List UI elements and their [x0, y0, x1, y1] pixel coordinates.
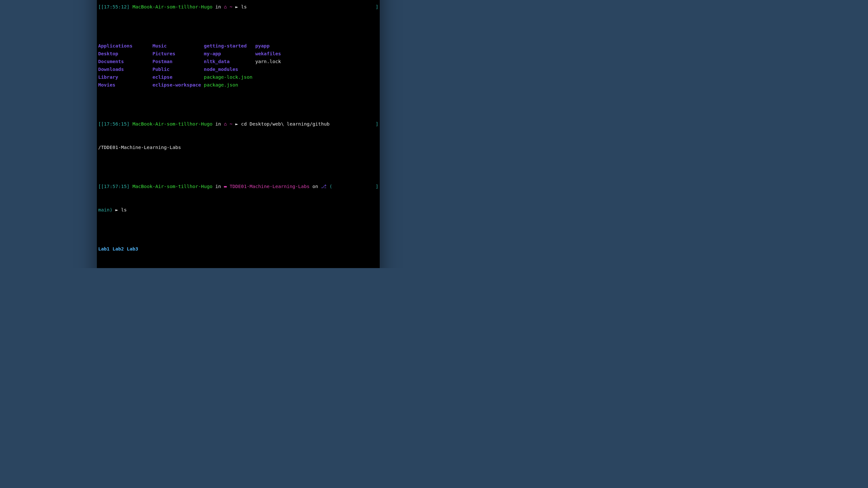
hostname: MacBook-Air-som-tillhor-Hugo [132, 4, 212, 9]
branch-paren: ( [327, 183, 332, 189]
ls-entry: Public [152, 66, 204, 72]
in-text: in [212, 121, 224, 126]
command: cd Desktop/web\ learning/github [241, 121, 329, 126]
bracket: ] [375, 182, 378, 190]
prompt-line-3: [[17:57:15] MacBook-Air-som-tillhor-Hugo… [98, 182, 378, 190]
ls-entry: node_modules [204, 66, 255, 72]
command: ls [241, 4, 247, 9]
prompt-line-1: [[17:55:12] MacBook-Air-som-tillhor-Hugo… [98, 3, 378, 11]
ls-entry: eclipse-workspace [152, 82, 204, 87]
git-branch-icon: ⎇ [321, 183, 327, 189]
ls-entry: Music [152, 43, 204, 49]
ls-output-home: Applications Music getting-started pyapp… [98, 42, 378, 89]
ls-entry: Downloads [98, 66, 152, 72]
on-text: on [309, 183, 321, 189]
ls-entry: Movies [98, 82, 152, 87]
timestamp: [17:56:15] [101, 121, 130, 126]
ls-entry: eclipse [152, 74, 204, 80]
arrow: ► [113, 207, 121, 212]
prompt-line-3b: main) ► ls [98, 206, 378, 214]
ls-output-labs: Lab1 Lab2 Lab3 [98, 245, 378, 253]
ls-entry: pyapp [255, 43, 289, 49]
ls-entry: Documents [98, 59, 152, 64]
in-text: in [212, 183, 224, 189]
home-icon: ⌂ [224, 4, 230, 9]
cwd: ~ [229, 121, 232, 126]
ls-entry: package.json [204, 82, 255, 87]
folder-icon: ▬ [224, 183, 230, 189]
arrow: ► [232, 4, 241, 9]
command-continuation: /TDDE01-Machine-Learning-Labs [98, 143, 378, 151]
bracket: [ [98, 121, 101, 126]
bracket: ] [375, 120, 378, 128]
ls-entry: package-lock.json [204, 74, 255, 80]
cwd: ~ [229, 4, 232, 9]
ls-entry: yarn.lock [255, 59, 289, 64]
ls-entry: Postman [152, 59, 204, 64]
arrow: ► [232, 121, 241, 126]
ls-entry: Applications [98, 43, 152, 49]
terminal-body[interactable]: Last login: Thu Jul 20 17:49:33 on ttys0… [97, 0, 380, 268]
branch-name: main) [98, 207, 113, 212]
ls-entry: wekafiles [255, 51, 289, 56]
command: ls [121, 207, 127, 212]
bracket: [ [98, 4, 101, 9]
ls-entry: my-app [204, 51, 255, 56]
home-icon: ⌂ [224, 121, 230, 126]
ls-entry: Desktop [98, 51, 152, 56]
terminal-window: TDDE01-Machine-Learning-Labs — -zsh — 80… [97, 0, 380, 268]
ls-entry: Library [98, 74, 152, 80]
prompt-line-2: [[17:56:15] MacBook-Air-som-tillhor-Hugo… [98, 120, 378, 128]
bracket: [ [98, 183, 101, 189]
hostname: MacBook-Air-som-tillhor-Hugo [132, 183, 212, 189]
cwd: TDDE01-Machine-Learning-Labs [229, 183, 309, 189]
timestamp: [17:57:15] [101, 183, 130, 189]
timestamp: [17:55:12] [101, 4, 130, 9]
in-text: in [212, 4, 224, 9]
ls-entry: getting-started [204, 43, 255, 49]
hostname: MacBook-Air-som-tillhor-Hugo [132, 121, 212, 126]
ls-entry: nltk_data [204, 59, 255, 64]
ls-entry: Pictures [152, 51, 204, 56]
bracket: ] [375, 3, 378, 11]
